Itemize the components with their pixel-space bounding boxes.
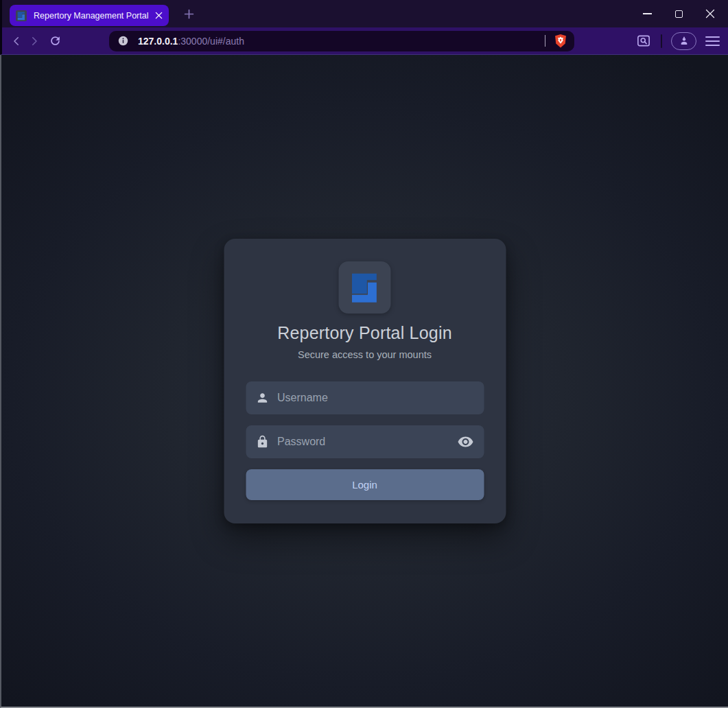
minimize-icon — [643, 13, 652, 14]
toggle-password-visibility-button[interactable] — [456, 432, 475, 451]
close-icon[interactable] — [152, 10, 165, 22]
toolbar-right-cluster — [635, 32, 720, 50]
plus-icon — [184, 9, 194, 19]
login-button[interactable]: Login — [246, 469, 484, 500]
repertory-logo-icon — [16, 10, 27, 21]
username-input[interactable] — [277, 392, 475, 404]
page-content: Repertory Portal Login Secure access to … — [0, 55, 728, 708]
profile-button[interactable] — [671, 32, 696, 50]
back-button[interactable] — [8, 32, 25, 50]
tab-bar: Repertory Management Portal — [0, 0, 728, 27]
brave-shield-icon[interactable] — [554, 34, 567, 49]
reload-icon — [49, 34, 62, 47]
page-subtitle: Secure access to your mounts — [298, 349, 432, 360]
tab-title: Repertory Management Portal — [34, 11, 152, 21]
login-card: Repertory Portal Login Secure access to … — [224, 239, 506, 523]
back-icon — [10, 35, 23, 47]
password-input[interactable] — [277, 436, 456, 448]
info-icon[interactable] — [117, 35, 129, 47]
maximize-button[interactable] — [673, 8, 684, 19]
password-field-container — [246, 425, 484, 458]
menu-icon[interactable] — [705, 36, 720, 46]
url-path: :30000/ui#/auth — [178, 36, 244, 47]
urlbar-divider — [545, 35, 545, 47]
browser-tab[interactable]: Repertory Management Portal — [10, 5, 169, 26]
close-window-icon — [705, 9, 715, 19]
url-text: 127.0.0.1:30000/ui#/auth — [138, 36, 244, 47]
forward-icon — [28, 35, 40, 47]
navigation-toolbar: 127.0.0.1:30000/ui#/auth — [0, 27, 728, 55]
url-bar[interactable]: 127.0.0.1:30000/ui#/auth — [109, 31, 574, 51]
lock-icon — [255, 435, 269, 449]
person-icon — [255, 391, 269, 405]
reload-button[interactable] — [46, 32, 64, 50]
url-host: 127.0.0.1 — [138, 36, 178, 47]
close-window-button[interactable] — [705, 8, 716, 19]
username-field-container — [246, 381, 484, 414]
sidebar-search-icon[interactable] — [635, 33, 652, 49]
page-title: Repertory Portal Login — [277, 323, 452, 343]
eye-icon — [457, 434, 473, 450]
new-tab-button[interactable] — [179, 4, 198, 23]
maximize-icon — [675, 10, 683, 18]
toolbar-divider — [661, 34, 662, 48]
profile-icon — [679, 36, 690, 47]
repertory-logo-icon — [346, 268, 384, 307]
forward-button[interactable] — [25, 32, 43, 50]
app-logo — [339, 261, 391, 314]
minimize-button[interactable] — [642, 8, 653, 19]
window-controls — [642, 8, 716, 19]
